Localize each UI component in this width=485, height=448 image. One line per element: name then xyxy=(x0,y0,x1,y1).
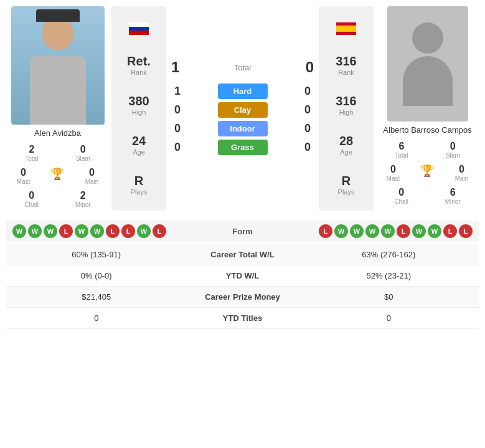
surface-btn-hard[interactable]: Hard xyxy=(218,83,268,99)
form-badge-left-8: W xyxy=(137,224,151,238)
form-badge-left-3: L xyxy=(59,224,73,238)
surface-row-grass: 0Grass0 xyxy=(169,140,316,155)
player-left-area: Alen Avidzba 2 Total 0 Slam 0 Ma xyxy=(6,6,109,211)
form-left: WWWLWWLLWL xyxy=(12,224,218,238)
stats-row-1: 0% (0-0)YTD W/L52% (23-21) xyxy=(6,265,479,287)
svg-rect-0 xyxy=(129,22,149,27)
player-right-name: Alberto Barroso Campos xyxy=(383,125,471,135)
surface-row-indoor: 0Indoor0 xyxy=(169,121,316,136)
form-badge-right-0: L xyxy=(319,224,332,238)
stats-val-left-3: 0 xyxy=(12,313,181,323)
stats-val-right-2: $0 xyxy=(305,292,473,302)
stats-val-right-3: 0 xyxy=(305,313,473,323)
surface-score-right-grass: 0 xyxy=(301,141,314,154)
player-left-main: 0 Main xyxy=(85,167,99,185)
flag-ru-icon xyxy=(129,22,149,35)
flag-es-icon xyxy=(336,22,356,35)
form-badge-left-7: L xyxy=(121,224,135,238)
surface-score-right-clay: 0 xyxy=(301,103,314,117)
form-badge-left-9: L xyxy=(153,224,166,238)
surface-score-left-grass: 0 xyxy=(171,141,184,154)
player-left-stat-row-3: 0 Chall 2 Minor xyxy=(6,188,109,211)
player-right-mast: 0 Mast xyxy=(387,164,400,182)
right-rank: 316 Rank xyxy=(336,54,356,76)
stats-val-right-1: 52% (23-21) xyxy=(305,271,473,280)
player-left-slam: 0 Slam xyxy=(76,144,90,162)
surface-rows: 1Hard00Clay00Indoor00Grass0 xyxy=(169,83,316,158)
form-badge-right-4: W xyxy=(381,224,395,238)
silhouette-head-right xyxy=(412,22,443,54)
right-rank-col: 316 Rank 316 High 28 Age R Plays xyxy=(319,6,374,211)
surface-score-left-clay: 0 xyxy=(171,103,184,117)
player-right-photo xyxy=(387,6,468,122)
player-right-area: Alberto Barroso Campos 6 Total 0 Slam 0 xyxy=(376,6,479,211)
trophy-icon-left: 🏆 xyxy=(50,167,64,185)
surface-row-clay: 0Clay0 xyxy=(169,102,316,118)
total-score-row: 1 Total 0 xyxy=(169,59,316,76)
player-left-chall: 0 Chall xyxy=(24,190,39,208)
player-right-stat-row-2: 0 Mast 🏆 0 Main xyxy=(376,161,479,184)
stats-label-0: Career Total W/L xyxy=(181,250,305,259)
surface-score-right-indoor: 0 xyxy=(301,122,314,135)
stats-label-3: YTD Titles xyxy=(181,313,305,323)
svg-rect-2 xyxy=(129,31,149,35)
right-age: 28 Age xyxy=(339,134,353,156)
player-left-stat-row-1: 2 Total 0 Slam xyxy=(6,141,109,164)
form-badge-right-5: L xyxy=(397,224,410,238)
right-high: 316 High xyxy=(336,94,356,116)
trophy-icon-right: 🏆 xyxy=(420,164,434,182)
form-badge-right-2: W xyxy=(350,224,364,238)
stats-row-3: 0YTD Titles0 xyxy=(6,308,479,329)
surface-score-left-hard: 1 xyxy=(171,85,184,98)
stats-label-1: YTD W/L xyxy=(181,271,305,280)
form-badge-left-2: W xyxy=(44,224,57,238)
stats-val-right-0: 63% (276-162) xyxy=(305,250,473,259)
player-right-minor: 6 Minor xyxy=(445,187,461,205)
player-left-mast: 0 Mast xyxy=(17,167,31,185)
surface-btn-grass[interactable]: Grass xyxy=(218,140,268,155)
form-badge-left-5: W xyxy=(90,224,104,238)
left-rank-col: Ret. Rank 380 High 24 Age R Plays xyxy=(111,6,166,211)
form-badge-left-0: W xyxy=(12,224,26,238)
player-right-stat-row-1: 6 Total 0 Slam xyxy=(376,138,479,161)
player-left-photo xyxy=(11,6,105,125)
surface-btn-indoor[interactable]: Indoor xyxy=(218,121,268,136)
left-age: 24 Age xyxy=(132,134,146,156)
surfaces-col: 1 Total 0 1Hard00Clay00Indoor00Grass0 xyxy=(169,6,316,211)
main-container: Alen Avidzba 2 Total 0 Slam 0 Ma xyxy=(0,0,485,329)
left-rank: Ret. Rank xyxy=(127,54,151,76)
player-right-total: 6 Total xyxy=(395,141,408,159)
player-left-minor: 2 Minor xyxy=(75,190,91,208)
stats-val-left-2: $21,405 xyxy=(12,292,181,302)
player-left-name: Alen Avidzba xyxy=(34,128,81,138)
flag-right xyxy=(336,22,356,35)
form-section: WWWLWWLLWL Form LWWWWLWWLL xyxy=(6,221,479,242)
form-badge-right-6: W xyxy=(412,224,426,238)
left-plays: R Plays xyxy=(131,174,148,196)
flag-left xyxy=(129,22,149,35)
player-left-stat-row-2: 0 Mast 🏆 0 Main xyxy=(6,164,109,188)
top-section: Alen Avidzba 2 Total 0 Slam 0 Ma xyxy=(0,0,485,217)
player-right-stat-row-3: 0 Chall 6 Minor xyxy=(376,184,479,207)
form-badge-right-7: W xyxy=(428,224,441,238)
form-badge-right-3: W xyxy=(365,224,379,238)
stats-val-left-1: 0% (0-0) xyxy=(12,271,181,280)
form-badge-right-1: W xyxy=(334,224,348,238)
player-right-main: 0 Main xyxy=(455,164,469,182)
svg-rect-3 xyxy=(336,22,356,26)
player-right-slam: 0 Slam xyxy=(446,141,460,159)
form-badge-right-9: L xyxy=(459,224,473,238)
stats-row-0: 60% (135-91)Career Total W/L63% (276-162… xyxy=(6,244,479,265)
player-right-chall: 0 Chall xyxy=(394,187,408,205)
player-left-total: 2 Total xyxy=(25,144,38,162)
stats-row-2: $21,405Career Prize Money$0 xyxy=(6,287,479,308)
form-badge-left-1: W xyxy=(28,224,42,238)
center-area: Ret. Rank 380 High 24 Age R Plays xyxy=(111,6,374,211)
surface-btn-clay[interactable]: Clay xyxy=(218,102,268,118)
form-badge-right-8: L xyxy=(443,224,457,238)
form-label: Form xyxy=(218,227,268,236)
bottom-stats: 60% (135-91)Career Total W/L63% (276-162… xyxy=(6,244,479,329)
left-high: 380 High xyxy=(128,94,149,116)
form-badge-left-6: L xyxy=(106,224,120,238)
player-left-body xyxy=(30,56,86,125)
